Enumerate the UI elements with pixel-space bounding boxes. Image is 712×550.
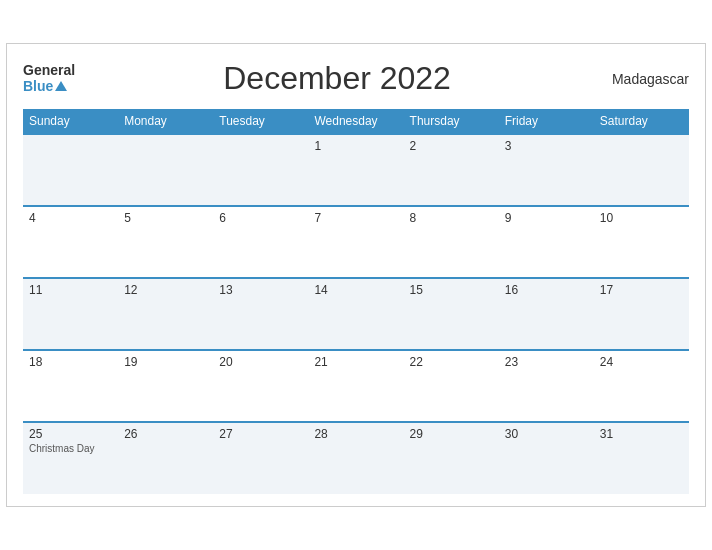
calendar-cell: 25Christmas Day — [23, 422, 118, 494]
day-number: 10 — [600, 211, 683, 225]
calendar-week-row: 18192021222324 — [23, 350, 689, 422]
calendar-cell: 31 — [594, 422, 689, 494]
calendar-cell: 13 — [213, 278, 308, 350]
calendar-cell: 12 — [118, 278, 213, 350]
calendar-country: Madagascar — [599, 71, 689, 87]
day-number: 25 — [29, 427, 112, 441]
day-number: 8 — [410, 211, 493, 225]
calendar-cell: 18 — [23, 350, 118, 422]
calendar-week-row: 25Christmas Day262728293031 — [23, 422, 689, 494]
calendar-cell: 22 — [404, 350, 499, 422]
weekday-header: Wednesday — [308, 109, 403, 134]
day-number: 22 — [410, 355, 493, 369]
day-number: 13 — [219, 283, 302, 297]
calendar-cell: 6 — [213, 206, 308, 278]
day-number: 23 — [505, 355, 588, 369]
calendar-cell — [213, 134, 308, 206]
weekday-header: Saturday — [594, 109, 689, 134]
calendar-cell: 3 — [499, 134, 594, 206]
day-number: 12 — [124, 283, 207, 297]
calendar-cell: 14 — [308, 278, 403, 350]
calendar-header-row: SundayMondayTuesdayWednesdayThursdayFrid… — [23, 109, 689, 134]
calendar-week-row: 123 — [23, 134, 689, 206]
day-number: 1 — [314, 139, 397, 153]
calendar-cell: 23 — [499, 350, 594, 422]
day-number: 19 — [124, 355, 207, 369]
calendar-cell: 27 — [213, 422, 308, 494]
weekday-header: Friday — [499, 109, 594, 134]
day-number: 24 — [600, 355, 683, 369]
day-number: 18 — [29, 355, 112, 369]
calendar-cell — [594, 134, 689, 206]
day-number: 27 — [219, 427, 302, 441]
calendar-cell — [118, 134, 213, 206]
weekday-header: Thursday — [404, 109, 499, 134]
calendar-cell: 28 — [308, 422, 403, 494]
day-number: 30 — [505, 427, 588, 441]
calendar-cell: 30 — [499, 422, 594, 494]
day-number: 21 — [314, 355, 397, 369]
calendar-title: December 2022 — [75, 60, 599, 97]
day-number: 3 — [505, 139, 588, 153]
calendar-cell: 2 — [404, 134, 499, 206]
calendar-cell: 29 — [404, 422, 499, 494]
day-number: 2 — [410, 139, 493, 153]
day-number: 26 — [124, 427, 207, 441]
calendar-cell: 19 — [118, 350, 213, 422]
weekday-header: Tuesday — [213, 109, 308, 134]
day-number: 15 — [410, 283, 493, 297]
day-number: 6 — [219, 211, 302, 225]
calendar-cell: 10 — [594, 206, 689, 278]
calendar-cell: 5 — [118, 206, 213, 278]
calendar-cell: 7 — [308, 206, 403, 278]
day-number: 20 — [219, 355, 302, 369]
day-number: 29 — [410, 427, 493, 441]
calendar-cell: 4 — [23, 206, 118, 278]
calendar-cell: 15 — [404, 278, 499, 350]
day-number: 31 — [600, 427, 683, 441]
day-number: 16 — [505, 283, 588, 297]
day-number: 4 — [29, 211, 112, 225]
weekday-header: Monday — [118, 109, 213, 134]
calendar-header: General Blue December 2022 Madagascar — [23, 60, 689, 97]
calendar-cell — [23, 134, 118, 206]
calendar-cell: 17 — [594, 278, 689, 350]
day-number: 7 — [314, 211, 397, 225]
calendar-week-row: 45678910 — [23, 206, 689, 278]
day-number: 14 — [314, 283, 397, 297]
calendar-week-row: 11121314151617 — [23, 278, 689, 350]
calendar-cell: 8 — [404, 206, 499, 278]
day-number: 5 — [124, 211, 207, 225]
day-number: 11 — [29, 283, 112, 297]
logo-triangle-icon — [55, 81, 67, 91]
weekday-header: Sunday — [23, 109, 118, 134]
logo-blue-text: Blue — [23, 79, 53, 94]
holiday-label: Christmas Day — [29, 443, 112, 454]
calendar-cell: 20 — [213, 350, 308, 422]
day-number: 17 — [600, 283, 683, 297]
day-number: 9 — [505, 211, 588, 225]
calendar-cell: 1 — [308, 134, 403, 206]
calendar-cell: 11 — [23, 278, 118, 350]
calendar-cell: 16 — [499, 278, 594, 350]
calendar-body: 1234567891011121314151617181920212223242… — [23, 134, 689, 494]
day-number: 28 — [314, 427, 397, 441]
calendar-cell: 9 — [499, 206, 594, 278]
calendar-container: General Blue December 2022 Madagascar Su… — [6, 43, 706, 507]
logo-general-text: General — [23, 63, 75, 78]
logo: General Blue — [23, 63, 75, 94]
calendar-cell: 26 — [118, 422, 213, 494]
calendar-cell: 21 — [308, 350, 403, 422]
calendar-cell: 24 — [594, 350, 689, 422]
calendar-grid: SundayMondayTuesdayWednesdayThursdayFrid… — [23, 109, 689, 494]
